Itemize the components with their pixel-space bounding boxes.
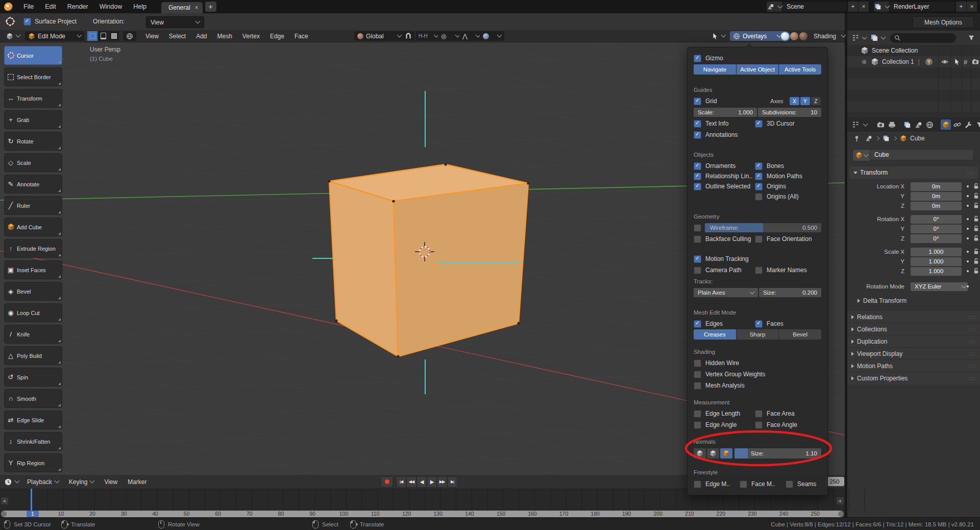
checkbox[interactable] [694, 98, 701, 105]
checkbox[interactable] [694, 55, 701, 62]
timeline-menu-view[interactable]: View [100, 478, 121, 486]
segment-active-tools[interactable]: Active Tools [779, 64, 821, 75]
animate-dot-icon[interactable] [967, 285, 969, 287]
scrollbar-cap[interactable] [838, 511, 844, 517]
jump-to-end-button[interactable] [447, 476, 457, 488]
tool-annotate[interactable]: ✎Annotate [4, 175, 62, 194]
tool-cursor[interactable]: Cursor [4, 46, 62, 65]
checkbox[interactable] [694, 183, 701, 190]
remove-render-layer-button[interactable] [967, 2, 977, 12]
tool-transform[interactable]: ↔Transform [4, 89, 62, 108]
shading-dropdown[interactable]: Shading [811, 31, 848, 41]
timeline-editor-icon[interactable] [4, 478, 12, 486]
lock-open-icon[interactable] [973, 248, 979, 256]
selectable-icon[interactable] [953, 58, 961, 65]
checkbox[interactable] [694, 255, 701, 263]
field-size[interactable]: Size:1.10 [734, 448, 821, 459]
panel-grip-icon[interactable] [969, 364, 976, 369]
overlay-check-edges[interactable]: Edges [694, 320, 723, 328]
tool-knife[interactable]: /Knife [4, 325, 62, 344]
panel-grip-icon[interactable] [969, 339, 976, 344]
panel-relations[interactable]: Relations [847, 310, 980, 323]
segment-creases[interactable]: Creases [694, 329, 737, 340]
checkbox[interactable] [755, 320, 763, 328]
checkbox[interactable] [694, 235, 701, 243]
previous-keyframe-button[interactable] [406, 476, 416, 488]
overlay-check-mesh-analysis[interactable]: Mesh Analysis [694, 382, 745, 390]
tool-inset-faces[interactable]: ▣Inset Faces [4, 260, 62, 279]
overlay-check-text-info[interactable]: Text Info [694, 120, 728, 128]
play-reverse-button[interactable] [416, 476, 427, 488]
snap-target-dropdown[interactable]: H-H [415, 31, 441, 41]
menubar-menu-help[interactable]: Help [128, 3, 152, 10]
render-visibility-icon[interactable] [972, 58, 979, 65]
next-keyframe-button[interactable] [437, 476, 447, 488]
overlay-check-bones[interactable]: Bones [755, 162, 784, 170]
panel-grip-icon[interactable] [969, 351, 976, 356]
lock-open-icon[interactable] [973, 183, 979, 190]
timeline-menu-playback[interactable]: Playback [23, 478, 63, 486]
tab-scene[interactable] [913, 119, 923, 130]
tab-view-layer[interactable] [902, 119, 912, 130]
axis-toggle-z[interactable]: Z [811, 97, 821, 105]
expand-region-button[interactable] [1, 497, 8, 504]
animate-dot-icon[interactable] [967, 185, 969, 187]
overlay-check-seams[interactable]: Seams [786, 480, 816, 488]
axis-toggle-y[interactable]: Y [800, 97, 810, 105]
checkbox[interactable] [694, 410, 701, 418]
menubar-menu-file[interactable]: File [18, 3, 39, 10]
checkbox[interactable] [755, 267, 763, 274]
pin-icon[interactable] [853, 135, 860, 142]
jump-to-start-button[interactable] [396, 476, 406, 488]
scene-name-field[interactable]: Scene [782, 1, 847, 12]
shading-material-button[interactable] [790, 32, 798, 40]
checkbox[interactable] [694, 320, 701, 328]
add-workspace-button[interactable] [205, 2, 216, 12]
menubar-menu-edit[interactable]: Edit [39, 3, 62, 10]
transform-value-field[interactable]: 0m [911, 202, 962, 210]
delta-transform-panel[interactable]: Delta Transform [857, 297, 906, 304]
play-button[interactable] [427, 476, 437, 488]
overlay-check-ornaments[interactable]: Ornaments [694, 162, 736, 170]
tab-particles[interactable] [974, 119, 980, 130]
face-select-mode-button[interactable] [109, 31, 119, 41]
view3d-menu-select[interactable]: Select [164, 33, 191, 40]
menubar-menu-window[interactable]: Window [94, 3, 128, 10]
checkbox[interactable] [694, 267, 701, 274]
overlay-check-edge-length[interactable]: Edge Length [694, 410, 740, 418]
menubar-menu-render[interactable]: Render [62, 3, 94, 10]
object-name-field[interactable]: Cube [870, 149, 974, 160]
checkbox[interactable] [694, 371, 701, 378]
checkbox[interactable] [755, 183, 763, 190]
overlay-check-annotations[interactable]: Annotations [694, 131, 738, 139]
overlay-check-edge-m[interactable]: Edge M.. [694, 480, 730, 488]
tool-add-cube[interactable]: Add Cube [4, 218, 62, 236]
close-icon[interactable] [195, 4, 199, 11]
panel-motion-paths[interactable]: Motion Paths [847, 359, 980, 372]
panel-grip-icon[interactable] [969, 376, 976, 381]
overlay-check-face-orientation[interactable]: Face Orientation [755, 235, 812, 243]
properties-editor-menu-icon[interactable] [851, 121, 860, 129]
transform-value-field[interactable]: 1.000 [911, 248, 962, 256]
checkbox[interactable] [755, 410, 763, 418]
render-layer-icon[interactable] [874, 2, 889, 12]
animate-dot-icon[interactable] [967, 260, 969, 262]
field-wireframe[interactable]: Wireframe:0.500 [705, 223, 821, 232]
outliner-item-collection-1[interactable]: ⊕ Collection 1 | # [847, 56, 980, 67]
tool-rip-region[interactable]: YRip Region [4, 453, 62, 472]
checkbox[interactable] [694, 131, 701, 139]
view3d-menu-face[interactable]: Face [289, 33, 313, 40]
tab-world[interactable] [924, 119, 935, 130]
tool-smooth[interactable]: ∩Smooth [4, 389, 62, 408]
face-normals-button[interactable] [720, 448, 732, 459]
split-normals-button[interactable] [707, 448, 719, 459]
transform-value-field[interactable]: 0m [911, 192, 962, 201]
shading-rendered-button[interactable] [799, 32, 807, 40]
tool-ruler[interactable]: ╱Ruler [4, 196, 62, 215]
checkbox[interactable] [694, 173, 701, 180]
view3d-menu-edge[interactable]: Edge [265, 33, 289, 40]
animate-dot-icon[interactable] [967, 195, 969, 197]
tab-render[interactable] [875, 119, 886, 130]
tab-modifiers[interactable] [963, 119, 973, 130]
workspace-tab-general[interactable]: General [161, 2, 203, 13]
